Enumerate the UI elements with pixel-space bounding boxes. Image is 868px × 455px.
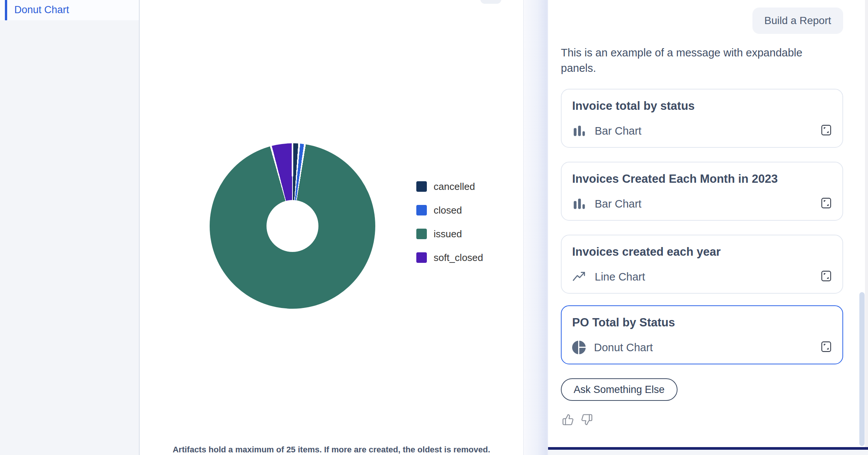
panel-type-row: Bar Chart — [572, 124, 832, 138]
legend-item-issued[interactable]: issued — [416, 229, 483, 239]
chart-legend: cancelled closed issued soft_closed — [416, 181, 483, 276]
bar-chart-icon — [572, 124, 586, 138]
legend-item-soft-closed[interactable]: soft_closed — [416, 252, 483, 263]
expandable-panel-invoice-total-by-status[interactable]: Invoice total by status Bar Chart — [561, 89, 843, 148]
sidebar-item-donut-chart[interactable]: Donut Chart — [0, 0, 139, 20]
active-item-indicator — [5, 0, 7, 20]
ask-something-else-button[interactable]: Ask Something Else — [561, 378, 678, 401]
legend-swatch-cancelled — [416, 181, 427, 192]
assistant-message: This is an example of a message with exp… — [561, 45, 803, 76]
expandable-panel-po-total-by-status[interactable]: PO Total by Status Donut Chart — [561, 305, 843, 364]
thumbs-up-icon[interactable] — [562, 414, 574, 426]
thumbs-down-icon[interactable] — [581, 414, 593, 426]
panel-type-label: Bar Chart — [595, 198, 641, 210]
panel-type-label: Line Chart — [595, 271, 645, 283]
chat-panel: Build a Report This is an example of a m… — [548, 0, 868, 455]
expand-icon[interactable] — [821, 270, 832, 282]
legend-label: issued — [434, 228, 462, 240]
message-line: panels. — [561, 61, 803, 76]
chart-toolbar-chip[interactable] — [480, 0, 501, 4]
artifact-viewer: cancelled closed issued soft_closed Arti… — [140, 0, 523, 455]
input-area-top-border — [548, 447, 868, 450]
panel-gap-shadow — [523, 0, 548, 455]
scrollbar-thumb[interactable] — [859, 292, 865, 446]
panel-title: PO Total by Status — [572, 316, 832, 329]
legend-swatch-soft-closed — [416, 252, 427, 263]
expandable-panel-invoices-created-each-year[interactable]: Invoices created each year Line Chart — [561, 235, 843, 294]
legend-item-closed[interactable]: closed — [416, 205, 483, 215]
legend-swatch-issued — [416, 229, 427, 239]
expand-icon[interactable] — [821, 197, 832, 209]
app-window: Donut Chart cancelled closed issued — [0, 0, 868, 455]
legend-label: cancelled — [434, 181, 475, 193]
legend-item-cancelled[interactable]: cancelled — [416, 181, 483, 192]
panel-type-row: Bar Chart — [572, 197, 832, 211]
scrollbar-track — [865, 0, 868, 447]
feedback-row — [562, 414, 593, 426]
donut-chart-icon — [572, 341, 586, 354]
bar-chart-icon — [572, 197, 586, 211]
legend-swatch-closed — [416, 205, 427, 215]
expand-icon[interactable] — [821, 341, 832, 353]
panel-title: Invoices Created Each Month in 2023 — [572, 172, 832, 186]
panel-title: Invoice total by status — [572, 99, 832, 113]
artifacts-sidebar: Donut Chart — [0, 0, 139, 455]
legend-label: closed — [434, 205, 462, 216]
expandable-panel-invoices-created-each-month[interactable]: Invoices Created Each Month in 2023 Bar … — [561, 162, 843, 221]
panel-type-row: Line Chart — [572, 270, 832, 284]
panel-type-row: Donut Chart — [572, 340, 832, 355]
message-line: This is an example of a message with exp… — [561, 45, 803, 61]
panel-type-label: Bar Chart — [595, 125, 641, 137]
legend-label: soft_closed — [434, 252, 483, 264]
donut-hole — [266, 200, 318, 252]
build-report-button[interactable]: Build a Report — [752, 8, 843, 34]
panel-type-label: Donut Chart — [594, 341, 653, 354]
sidebar-item-label: Donut Chart — [14, 0, 69, 20]
input-area-background — [548, 450, 868, 455]
donut-chart[interactable] — [210, 143, 375, 309]
expand-icon[interactable] — [821, 124, 832, 136]
artifacts-limit-note: Artifacts hold a maximum of 25 items. If… — [140, 445, 523, 455]
panel-title: Invoices created each year — [572, 245, 832, 259]
line-chart-icon — [572, 270, 586, 284]
